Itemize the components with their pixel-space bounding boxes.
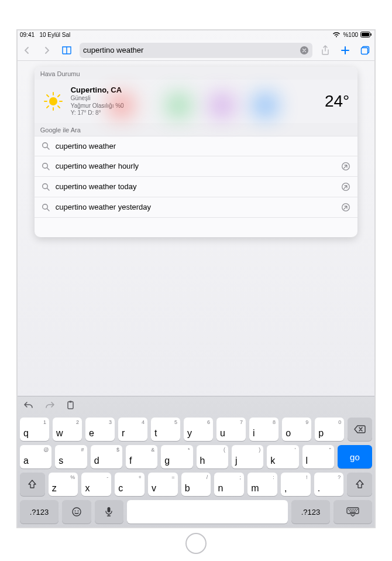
key-punct[interactable]: !, xyxy=(281,473,311,496)
fill-arrow-icon[interactable] xyxy=(341,162,350,171)
key-hide-keyboard[interactable] xyxy=(333,500,372,524)
key-l[interactable]: "l xyxy=(302,445,334,468)
key-u[interactable]: 7u xyxy=(216,418,246,441)
svg-rect-27 xyxy=(349,511,350,512)
key-t[interactable]: 5t xyxy=(151,418,180,441)
suggestion-label: cupertino weather yesterday xyxy=(56,203,336,211)
svg-rect-23 xyxy=(352,509,353,510)
weather-card-text: Cupertino, CA Güneşli Yağmur Olasılığı %… xyxy=(71,85,318,117)
weather-location: Cupertino, CA xyxy=(71,85,318,95)
new-tab-button[interactable] xyxy=(338,43,352,57)
key-go[interactable]: go xyxy=(338,445,372,468)
key-f[interactable]: &f xyxy=(126,445,157,468)
battery-text: %100 xyxy=(343,32,358,38)
suggestion-list: cupertino weathercupertino weather hourl… xyxy=(35,136,358,217)
key-h[interactable]: (h xyxy=(197,445,228,468)
browser-toolbar xyxy=(16,40,376,61)
tabs-button[interactable] xyxy=(358,43,372,57)
key-y[interactable]: 6y xyxy=(184,418,213,441)
suggestion-row[interactable]: cupertino weather yesterday xyxy=(35,197,358,217)
key-w[interactable]: 2w xyxy=(53,418,82,441)
key-space[interactable] xyxy=(127,500,288,524)
fill-arrow-icon[interactable] xyxy=(341,203,350,212)
key-g[interactable]: *g xyxy=(161,445,192,468)
search-icon xyxy=(42,142,50,150)
svg-rect-19 xyxy=(108,507,111,512)
svg-rect-25 xyxy=(355,509,356,510)
sun-icon xyxy=(43,91,64,112)
forward-button[interactable] xyxy=(40,43,54,57)
address-bar[interactable] xyxy=(80,43,312,58)
fill-arrow-icon[interactable] xyxy=(341,182,350,191)
key-period[interactable]: ?. xyxy=(314,473,344,496)
svg-rect-2 xyxy=(371,33,372,36)
key-n[interactable]: ;n xyxy=(214,473,244,496)
key-e[interactable]: 3e xyxy=(85,418,115,441)
key-j[interactable]: )j xyxy=(232,445,263,468)
svg-rect-32 xyxy=(350,512,356,513)
keyboard: 1q2w3e4r5t6y7u8i9o0p @a#s$d&f*g(h)j'k"lg… xyxy=(16,396,376,528)
weather-condition: Güneşli xyxy=(71,95,318,102)
bookmarks-button[interactable] xyxy=(60,43,74,57)
key-q[interactable]: 1q xyxy=(20,418,49,441)
status-date: 10 Eylül Sal xyxy=(39,32,70,38)
undo-button[interactable] xyxy=(23,400,34,411)
home-button[interactable] xyxy=(185,533,207,554)
suggestion-row[interactable]: cupertino weather today xyxy=(35,176,358,197)
redo-button[interactable] xyxy=(44,400,55,411)
status-right: %100 xyxy=(332,32,372,38)
key-r[interactable]: 4r xyxy=(118,418,147,441)
search-icon xyxy=(42,183,50,191)
svg-point-6 xyxy=(49,97,57,105)
status-time: 09:41 xyxy=(20,32,35,38)
battery-icon xyxy=(360,32,372,37)
svg-rect-29 xyxy=(353,511,354,512)
clear-input-button[interactable] xyxy=(300,46,309,55)
svg-rect-26 xyxy=(357,509,358,510)
svg-rect-22 xyxy=(350,509,351,510)
search-section-header: Google ile Ara xyxy=(35,123,358,136)
weather-section-header: Hava Durumu xyxy=(35,67,358,80)
svg-rect-31 xyxy=(356,511,357,512)
svg-point-17 xyxy=(74,511,75,512)
key-k[interactable]: 'k xyxy=(267,445,298,468)
weather-precip: Yağmur Olasılığı %0 xyxy=(71,102,318,110)
clipboard-button[interactable] xyxy=(66,400,76,411)
key-emoji[interactable] xyxy=(62,500,91,524)
key-z[interactable]: %z xyxy=(49,473,78,496)
search-input[interactable] xyxy=(83,46,296,54)
key-c[interactable]: +c xyxy=(115,473,145,496)
key-shift-right[interactable] xyxy=(347,473,372,496)
key-numswitch-right[interactable]: .?123 xyxy=(291,500,330,524)
weather-card[interactable]: Cupertino, CA Güneşli Yağmur Olasılığı %… xyxy=(35,80,358,123)
key-o[interactable]: 9o xyxy=(282,418,311,441)
svg-rect-14 xyxy=(68,402,73,409)
back-button[interactable] xyxy=(20,43,34,57)
key-backspace[interactable] xyxy=(348,418,372,441)
key-shift-left[interactable] xyxy=(20,473,45,496)
key-m[interactable]: :m xyxy=(247,473,277,496)
suggestion-empty-row xyxy=(35,217,358,237)
svg-rect-15 xyxy=(70,401,72,403)
status-left: 09:41 10 Eylül Sal xyxy=(20,32,70,38)
wifi-icon xyxy=(332,32,341,37)
key-v[interactable]: =v xyxy=(148,473,178,496)
key-dictation[interactable] xyxy=(95,500,124,524)
suggestion-row[interactable]: cupertino weather xyxy=(35,136,358,156)
key-s[interactable]: #s xyxy=(55,445,87,468)
keyboard-toolbar xyxy=(16,396,376,414)
key-i[interactable]: 8i xyxy=(249,418,278,441)
key-x[interactable]: -x xyxy=(81,473,111,496)
svg-rect-5 xyxy=(362,47,368,54)
share-button[interactable] xyxy=(318,43,332,57)
suggestion-label: cupertino weather hourly xyxy=(56,162,336,170)
suggestion-row[interactable]: cupertino weather hourly xyxy=(35,156,358,176)
status-bar: 09:41 10 Eylül Sal %100 xyxy=(16,29,376,40)
key-a[interactable]: @a xyxy=(20,445,51,468)
key-b[interactable]: /b xyxy=(181,473,211,496)
svg-rect-28 xyxy=(351,511,352,512)
key-d[interactable]: $d xyxy=(91,445,122,468)
suggestion-label: cupertino weather xyxy=(56,142,351,150)
key-numswitch-left[interactable]: .?123 xyxy=(20,500,59,524)
key-p[interactable]: 0p xyxy=(315,418,344,441)
